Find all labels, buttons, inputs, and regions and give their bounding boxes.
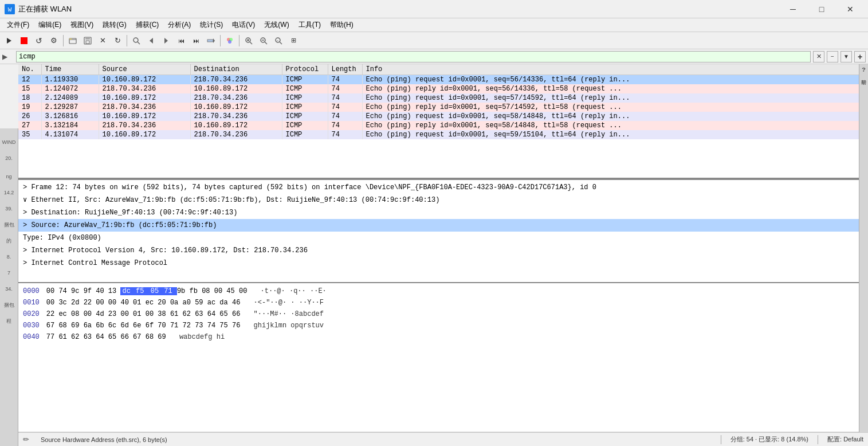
prev-packet-button[interactable] xyxy=(144,34,158,48)
hex-byte: 40 xyxy=(96,287,108,295)
first-packet-button[interactable]: ⏮ xyxy=(174,34,188,48)
hex-byte: 74 xyxy=(207,322,220,330)
table-row[interactable]: 121.11933010.160.89.172218.70.34.236ICMP… xyxy=(18,75,860,85)
hex-byte: 22 xyxy=(46,310,59,318)
packet-list[interactable]: No. Time Source Destination Protocol Len… xyxy=(18,64,860,179)
status-message: Source Hardware Address (eth.src), 6 byt… xyxy=(41,436,167,443)
sidebar-39-2: 的 xyxy=(0,229,18,245)
zoom-fit-button[interactable]: ⊞ xyxy=(286,34,300,48)
hex-byte: 65 xyxy=(219,310,232,318)
help-panel[interactable]: ? 帮助 xyxy=(859,64,868,432)
menu-analyze[interactable]: 分析(A) xyxy=(163,19,195,31)
menu-phone[interactable]: 电话(V) xyxy=(227,19,260,31)
menu-jump[interactable]: 跳转(G) xyxy=(98,19,131,31)
table-row[interactable]: 354.13107410.160.89.172218.70.34.236ICMP… xyxy=(18,130,860,139)
stop-capture-button[interactable] xyxy=(17,34,31,48)
table-header: No. Time Source Destination Protocol Len… xyxy=(18,64,860,75)
hex-dump[interactable]: 000000 74 9c 9f 40 13 dc f5 05 71 9b fb … xyxy=(18,283,868,432)
col-protocol[interactable]: Protocol xyxy=(282,64,328,75)
hex-byte: 00 xyxy=(120,310,133,318)
col-destination[interactable]: Destination xyxy=(190,64,282,75)
table-row[interactable]: 151.124072218.70.34.23610.160.89.172ICMP… xyxy=(18,84,860,93)
minimize-button[interactable]: ─ xyxy=(780,1,806,17)
menu-bar: 文件(F) 编辑(E) 视图(V) 跳转(G) 捕获(C) 分析(A) 统计(S… xyxy=(0,18,868,32)
hex-byte: da xyxy=(219,299,232,307)
open-file-button[interactable] xyxy=(66,34,80,48)
capture-options-button[interactable]: ⚙ xyxy=(47,34,61,48)
hex-byte: 00 xyxy=(108,299,121,307)
zoom-reset-button[interactable]: = xyxy=(272,34,285,48)
hex-byte: 66 xyxy=(120,333,133,341)
close-file-button[interactable]: ✕ xyxy=(96,34,109,48)
goto-packet-button[interactable] xyxy=(204,34,218,48)
detail-line[interactable]: ∨ Ethernet II, Src: AzureWav_71:9b:fb (d… xyxy=(18,194,868,206)
sidebar-20: 20. xyxy=(0,147,18,163)
detail-line[interactable]: > Frame 12: 74 bytes on wire (592 bits),… xyxy=(18,181,868,194)
menu-wireless[interactable]: 无线(W) xyxy=(260,19,293,31)
svg-text:W: W xyxy=(8,6,12,13)
filter-clear-button[interactable]: ✕ xyxy=(813,51,824,62)
col-source[interactable]: Source xyxy=(99,64,190,75)
col-info[interactable]: Info xyxy=(362,64,860,75)
packet-detail[interactable]: > Frame 12: 74 bytes on wire (592 bits),… xyxy=(18,180,868,283)
hex-byte: 61 xyxy=(58,333,71,341)
col-no[interactable]: No. xyxy=(18,64,41,75)
svg-marker-13 xyxy=(213,38,215,43)
status-edit-icon: ✏ xyxy=(23,435,29,444)
hex-byte: 01 xyxy=(133,299,146,307)
menu-file[interactable]: 文件(F) xyxy=(2,19,34,31)
hex-byte: 13 xyxy=(108,287,121,295)
find-packet-button[interactable] xyxy=(129,34,143,48)
table-row[interactable]: 263.12681610.160.89.172218.70.34.236ICMP… xyxy=(18,112,860,121)
table-row[interactable]: 273.132184218.70.34.23610.160.89.172ICMP… xyxy=(18,121,860,130)
maximize-button[interactable]: □ xyxy=(808,1,835,17)
filter-add-button[interactable]: + xyxy=(854,51,866,62)
sidebar-ng: ng xyxy=(0,165,18,181)
reload-button[interactable]: ↻ xyxy=(111,34,124,48)
detail-line[interactable]: > Source: AzureWav_71:9b:fb (dc:f5:05:71… xyxy=(18,219,868,232)
sidebar-39: 39. xyxy=(0,197,18,213)
menu-edit[interactable]: 编辑(E) xyxy=(34,19,66,31)
hex-byte: 20 xyxy=(158,299,170,307)
filter-label: ▶ xyxy=(2,53,14,61)
main-content: WIND 20. ng 14.2 39. 捆包 的 8. 7 34. 捆包 程 … xyxy=(0,64,868,432)
hex-byte: 74 xyxy=(58,287,71,295)
save-file-button[interactable] xyxy=(81,34,95,48)
zoom-in-button[interactable] xyxy=(242,34,256,48)
col-length[interactable]: Length xyxy=(328,64,362,75)
filter-apply-button[interactable]: − xyxy=(827,51,838,62)
status-divider-1 xyxy=(721,435,721,444)
packet-tbody: 121.11933010.160.89.172218.70.34.236ICMP… xyxy=(18,75,860,140)
menu-view[interactable]: 视图(V) xyxy=(66,19,98,31)
hex-byte: 68 xyxy=(58,322,71,330)
svg-point-8 xyxy=(133,38,138,42)
menu-capture[interactable]: 捕获(C) xyxy=(131,19,164,31)
detail-line[interactable]: > Internet Protocol Version 4, Src: 10.1… xyxy=(18,244,868,257)
menu-stats[interactable]: 统计(S) xyxy=(195,19,227,31)
detail-line[interactable]: > Internet Control Message Protocol xyxy=(18,257,868,269)
filter-dropdown-button[interactable]: ▼ xyxy=(840,51,852,62)
menu-help[interactable]: 帮助(H) xyxy=(325,19,358,31)
hex-byte: f5 xyxy=(135,287,149,295)
restart-capture-button[interactable]: ↺ xyxy=(32,34,46,48)
start-capture-button[interactable] xyxy=(2,34,16,48)
hex-offset: 0040 xyxy=(23,333,40,341)
detail-line[interactable]: Type: IPv4 (0x0800) xyxy=(18,232,868,244)
zoom-out-button[interactable] xyxy=(257,34,270,48)
last-packet-button[interactable]: ⏭ xyxy=(189,34,203,48)
table-row[interactable]: 182.12408910.160.89.172218.70.34.236ICMP… xyxy=(18,93,860,103)
colorize-button[interactable] xyxy=(223,34,237,48)
detail-line[interactable]: > Destination: RuijieNe_9f:40:13 (00:74:… xyxy=(18,206,868,219)
left-sidebar: WIND 20. ng 14.2 39. 捆包 的 8. 7 34. 捆包 程 xyxy=(0,128,18,446)
table-row[interactable]: 192.129287218.70.34.23610.160.89.172ICMP… xyxy=(18,103,860,112)
hex-byte: 6a xyxy=(84,322,96,330)
hex-byte: 08 xyxy=(202,287,214,295)
next-packet-button[interactable] xyxy=(159,34,173,48)
menu-tools[interactable]: 工具(T) xyxy=(294,19,325,31)
sidebar-8: 8. xyxy=(0,245,18,261)
filter-input[interactable] xyxy=(16,51,811,62)
close-button[interactable]: ✕ xyxy=(837,1,863,17)
svg-line-26 xyxy=(280,42,282,44)
hex-byte: ec xyxy=(58,310,71,318)
col-time[interactable]: Time xyxy=(41,64,99,75)
